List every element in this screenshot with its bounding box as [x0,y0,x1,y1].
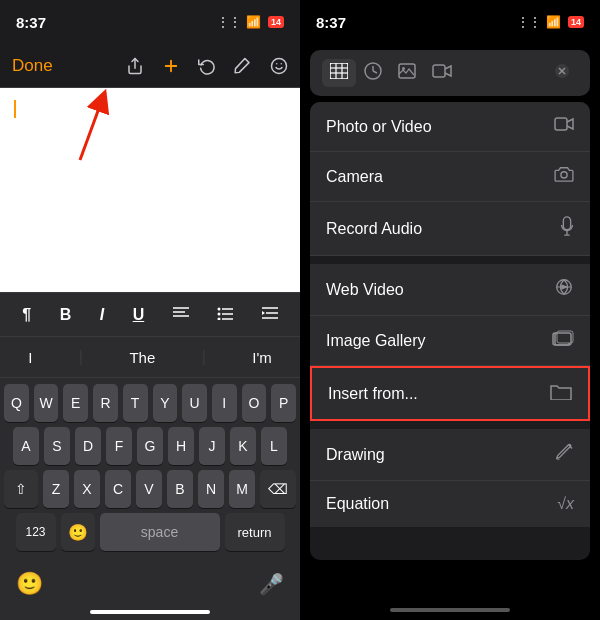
menu-item-insert-from[interactable]: Insert from... [310,366,590,421]
suggestion-im[interactable]: I'm [242,345,282,370]
suggestions-bar: I | The | I'm [0,336,300,378]
emoji-icon[interactable] [270,57,288,75]
keyboard-row-3: ⇧ Z X C V B N M ⌫ [4,470,296,508]
signal-icon: ⋮⋮ [217,15,241,29]
menu-item-image-gallery[interactable]: Image Gallery [310,316,590,366]
key-q[interactable]: Q [4,384,29,422]
note-area[interactable] [0,88,300,292]
home-bar-wrap [0,606,300,620]
suggestion-i[interactable]: I [18,345,42,370]
tab-video[interactable] [424,59,460,87]
mic-keyboard-icon[interactable]: 🎤 [259,572,284,596]
web-video-icon [554,278,574,301]
key-w[interactable]: W [34,384,59,422]
key-h[interactable]: H [168,427,194,465]
menu-item-drawing[interactable]: Drawing [310,429,590,481]
key-backspace[interactable]: ⌫ [260,470,296,508]
key-shift[interactable]: ⇧ [4,470,38,508]
key-space[interactable]: space [100,513,220,551]
toolbar-right-icons [126,57,288,75]
key-123[interactable]: 123 [16,513,56,551]
close-button[interactable] [546,59,578,88]
insert-from-label: Insert from... [328,385,418,403]
markup-icon[interactable] [234,57,252,75]
left-status-icons: ⋮⋮ 📶 14 [217,15,284,29]
tab-table[interactable] [322,59,356,87]
key-c[interactable]: C [105,470,131,508]
suggestion-the[interactable]: The [119,345,165,370]
svg-line-28 [373,71,377,73]
key-p[interactable]: P [271,384,296,422]
key-f[interactable]: F [106,427,132,465]
right-signal-icon: ⋮⋮ [517,15,541,29]
italic-format-icon[interactable]: I [94,302,110,328]
undo-icon[interactable] [198,57,216,75]
svg-point-14 [218,312,221,315]
menu-item-camera[interactable]: Camera [310,152,590,202]
key-e[interactable]: E [63,384,88,422]
key-emoji[interactable]: 🙂 [61,513,95,551]
key-x[interactable]: X [74,470,100,508]
menu-tab-bar [310,50,590,96]
right-wifi-icon: 📶 [546,15,561,29]
key-m[interactable]: M [229,470,255,508]
key-g[interactable]: G [137,427,163,465]
align-format-icon[interactable] [167,302,195,328]
tab-image[interactable] [390,59,424,87]
right-home-indicator [390,608,510,612]
web-video-label: Web Video [326,281,404,299]
menu-item-record-audio[interactable]: Record Audio [310,202,590,256]
text-cursor [14,100,16,118]
right-status-bar: 8:37 ⋮⋮ 📶 14 [300,0,600,44]
key-d[interactable]: D [75,427,101,465]
equation-label: Equation [326,495,389,513]
key-o[interactable]: O [242,384,267,422]
svg-point-16 [218,317,221,320]
photo-video-label: Photo or Video [326,118,432,136]
keyboard: Q W E R T Y U I O P A S D F G H J K L ⇧ … [0,378,300,562]
home-indicator [90,610,210,614]
key-v[interactable]: V [136,470,162,508]
svg-point-36 [561,172,567,178]
record-audio-label: Record Audio [326,220,422,238]
key-b[interactable]: B [167,470,193,508]
svg-rect-35 [555,118,567,130]
key-z[interactable]: Z [43,470,69,508]
left-status-time: 8:37 [16,14,46,31]
key-t[interactable]: T [123,384,148,422]
right-bottom-bar [300,560,600,620]
tab-clock[interactable] [356,58,390,88]
key-return[interactable]: return [225,513,285,551]
list-format-icon[interactable] [211,302,239,328]
drawing-label: Drawing [326,446,385,464]
bold-format-icon[interactable]: B [54,302,78,328]
key-l[interactable]: L [261,427,287,465]
key-u[interactable]: U [182,384,207,422]
right-status-icons: ⋮⋮ 📶 14 [517,15,584,29]
key-y[interactable]: Y [153,384,178,422]
key-k[interactable]: K [230,427,256,465]
menu-item-web-video[interactable]: Web Video [310,264,590,316]
keyboard-row-4: 123 🙂 space return [4,513,296,551]
key-n[interactable]: N [198,470,224,508]
key-i[interactable]: I [212,384,237,422]
key-j[interactable]: J [199,427,225,465]
menu-item-photo-video[interactable]: Photo or Video [310,102,590,152]
left-status-bar: 8:37 ⋮⋮ 📶 14 [0,0,300,44]
svg-rect-37 [563,217,570,230]
paragraph-format-icon[interactable]: ¶ [16,302,37,328]
underline-format-icon[interactable]: U [127,302,151,328]
keyboard-bottom-bar: 🙂 🎤 [0,562,300,606]
key-a[interactable]: A [13,427,39,465]
key-r[interactable]: R [93,384,118,422]
menu-item-equation[interactable]: Equation √x [310,481,590,527]
format-bar: ¶ B I U [0,292,300,336]
plus-icon[interactable] [162,57,180,75]
done-button[interactable]: Done [12,56,53,76]
indent-format-icon[interactable] [256,302,284,328]
mic-icon [560,216,574,241]
svg-point-4 [272,58,287,73]
share-icon[interactable] [126,57,144,75]
emoji-keyboard-icon[interactable]: 🙂 [16,571,43,597]
key-s[interactable]: S [44,427,70,465]
